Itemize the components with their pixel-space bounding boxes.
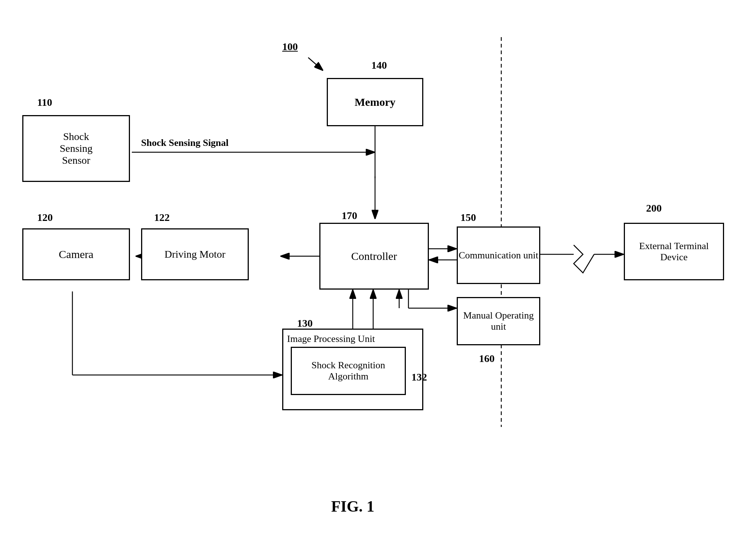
ref-120: 120 (37, 212, 53, 224)
manual-unit-box: Manual Operating unit (457, 297, 540, 345)
shock-sensor-box: Shock Sensing Sensor (22, 115, 130, 182)
ref-160: 160 (479, 353, 495, 365)
ref-122: 122 (154, 212, 170, 224)
ref-100: 100 (282, 41, 298, 53)
controller-box: Controller (319, 223, 429, 290)
external-box: External Terminal Device (624, 223, 724, 280)
diagram: 100 140 Memory 110 Shock Sensing Sensor … (0, 0, 756, 548)
ref-170: 170 (342, 210, 357, 222)
ref-150: 150 (460, 212, 476, 224)
svg-line-21 (308, 58, 323, 71)
ref-200: 200 (646, 202, 662, 214)
ref-110: 110 (37, 97, 52, 108)
comm-unit-box: Communication unit (457, 226, 540, 284)
camera-box: Camera (22, 228, 130, 280)
ref-132: 132 (411, 371, 427, 383)
image-proc-box: Image Processing Unit Shock Recognition … (282, 329, 423, 410)
shock-algo-box: Shock Recognition Algorithm (291, 347, 406, 395)
ref-130: 130 (297, 317, 313, 329)
fig-label: FIG. 1 (278, 498, 427, 515)
ref-140: 140 (371, 59, 387, 71)
shock-signal-label: Shock Sensing Signal (141, 137, 229, 149)
memory-box: Memory (327, 78, 423, 126)
driving-motor-box: Driving Motor (141, 228, 249, 280)
